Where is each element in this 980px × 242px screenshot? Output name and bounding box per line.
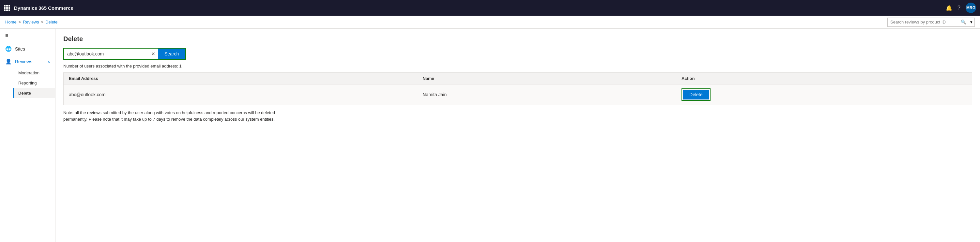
email-search-button[interactable]: Search (158, 49, 185, 59)
sidebar-item-reporting[interactable]: Reporting (13, 78, 55, 88)
email-search-wrapper: ✕ Search (63, 48, 186, 60)
help-icon[interactable]: ? (958, 5, 961, 11)
globe-icon: 🌐 (5, 46, 12, 52)
hamburger-icon: ≡ (5, 33, 8, 38)
search-magnifier-icon: 🔍 (961, 19, 966, 24)
breadcrumb-home[interactable]: Home (5, 19, 17, 24)
cell-action: Delete (676, 84, 972, 105)
table-header-row: Email Address Name Action (64, 73, 972, 84)
sidebar-item-reviews[interactable]: 👤 Reviews ∧ (0, 55, 55, 68)
breadcrumb-sep-2: > (41, 19, 43, 24)
sidebar-item-sites-label: Sites (15, 46, 25, 51)
sidebar: ≡ 🌐 Sites 👤 Reviews ∧ Moderation Reporti… (0, 29, 56, 242)
sidebar-item-delete[interactable]: Delete (13, 88, 55, 98)
breadcrumb-sep-1: > (19, 19, 21, 24)
users-table: Email Address Name Action abc@outlook.co… (63, 72, 972, 105)
product-search-dropdown[interactable]: ▾ (968, 18, 975, 27)
sidebar-item-reviews-label: Reviews (15, 59, 32, 64)
content-area: Delete ✕ Search Number of users associat… (56, 29, 980, 242)
table-row: abc@outlook.com Namita Jain Delete (64, 84, 972, 105)
cell-email: abc@outlook.com (64, 84, 418, 105)
product-search-button[interactable]: 🔍 (959, 18, 968, 27)
top-nav-left: Dynamics 365 Commerce (4, 5, 73, 11)
page-title: Delete (63, 35, 972, 43)
col-name: Name (417, 73, 676, 84)
app-grid-icon[interactable] (4, 5, 10, 11)
col-email: Email Address (64, 73, 418, 84)
product-search-input[interactable] (887, 18, 959, 27)
sidebar-sub-menu: Moderation Reporting Delete (0, 68, 55, 98)
app-title: Dynamics 365 Commerce (14, 5, 73, 11)
reviews-chevron-up-icon: ∧ (48, 60, 50, 63)
sidebar-toggle[interactable]: ≡ (0, 29, 55, 42)
col-action: Action (676, 73, 972, 84)
top-nav: Dynamics 365 Commerce 🔔 ? MRG (0, 0, 980, 16)
main-layout: ≡ 🌐 Sites 👤 Reviews ∧ Moderation Reporti… (0, 29, 980, 242)
action-cell-wrapper: Delete (681, 88, 710, 101)
user-avatar[interactable]: MRG (966, 3, 976, 13)
email-search-clear-icon[interactable]: ✕ (149, 51, 158, 56)
top-nav-right: 🔔 ? MRG (946, 3, 976, 13)
breadcrumb: Home > Reviews > Delete (5, 19, 58, 24)
email-search-input[interactable] (64, 49, 149, 58)
note-text: Note: all the reviews submitted by the u… (63, 110, 292, 122)
breadcrumb-bar: Home > Reviews > Delete 🔍 ▾ (0, 16, 980, 29)
sidebar-item-moderation[interactable]: Moderation (13, 68, 55, 78)
person-icon: 👤 (5, 58, 12, 65)
cell-name: Namita Jain (417, 84, 676, 105)
chevron-down-icon: ▾ (970, 19, 972, 24)
notification-icon[interactable]: 🔔 (946, 5, 952, 11)
product-search-area: 🔍 ▾ (887, 18, 975, 27)
breadcrumb-reviews[interactable]: Reviews (23, 19, 39, 24)
sidebar-item-sites[interactable]: 🌐 Sites (0, 42, 55, 55)
result-count-text: Number of users associated with the prov… (63, 64, 972, 68)
delete-user-button[interactable]: Delete (683, 90, 709, 99)
breadcrumb-delete[interactable]: Delete (45, 19, 58, 24)
